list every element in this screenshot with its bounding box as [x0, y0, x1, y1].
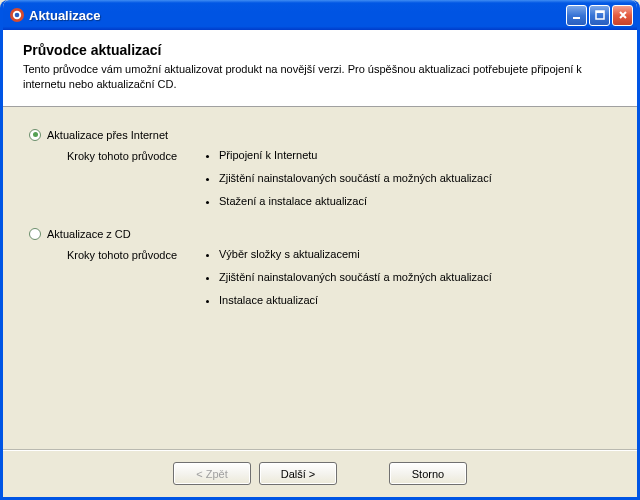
cancel-button[interactable]: Storno: [389, 462, 467, 485]
option-cd: Aktualizace z CD Kroky tohoto průvodce V…: [29, 228, 611, 317]
titlebar[interactable]: Aktualizace: [3, 0, 637, 30]
steps-label-cd: Kroky tohoto průvodce: [67, 248, 205, 261]
close-button[interactable]: [612, 5, 633, 26]
update-wizard-window: Aktualizace Průvodce aktualizací Tento p…: [0, 0, 640, 500]
radio-cd-label: Aktualizace z CD: [47, 228, 131, 240]
option-internet: Aktualizace přes Internet Kroky tohoto p…: [29, 129, 611, 218]
maximize-button[interactable]: [589, 5, 610, 26]
radio-icon: [29, 228, 41, 240]
minimize-button[interactable]: [566, 5, 587, 26]
wizard-heading: Průvodce aktualizací: [23, 42, 617, 58]
wizard-description: Tento průvodce vám umožní aktualizovat p…: [23, 62, 617, 92]
svg-point-2: [15, 13, 20, 18]
list-item: Instalace aktualizací: [219, 294, 492, 306]
steps-label-internet: Kroky tohoto průvodce: [67, 149, 205, 162]
window-controls: [566, 5, 633, 26]
wizard-header: Průvodce aktualizací Tento průvodce vám …: [3, 30, 637, 107]
list-item: Připojení k Internetu: [219, 149, 492, 161]
list-item: Stažení a instalace aktualizací: [219, 195, 492, 207]
list-item: Výběr složky s aktualizacemi: [219, 248, 492, 260]
back-button[interactable]: < Zpět: [173, 462, 251, 485]
radio-cd[interactable]: Aktualizace z CD: [29, 228, 611, 240]
radio-icon: [29, 129, 41, 141]
svg-rect-5: [596, 11, 604, 13]
window-title: Aktualizace: [29, 8, 566, 23]
app-icon: [9, 7, 25, 23]
radio-internet-label: Aktualizace přes Internet: [47, 129, 168, 141]
list-item: Zjištění nainstalovaných součástí a možn…: [219, 172, 492, 184]
wizard-content: Aktualizace přes Internet Kroky tohoto p…: [3, 107, 637, 449]
button-bar: < Zpět Další > Storno: [3, 449, 637, 497]
svg-rect-3: [573, 17, 580, 19]
radio-internet[interactable]: Aktualizace přes Internet: [29, 129, 611, 141]
next-button[interactable]: Další >: [259, 462, 337, 485]
steps-list-internet: Připojení k Internetu Zjištění nainstalo…: [205, 149, 492, 218]
list-item: Zjištění nainstalovaných součástí a možn…: [219, 271, 492, 283]
steps-list-cd: Výběr složky s aktualizacemi Zjištění na…: [205, 248, 492, 317]
